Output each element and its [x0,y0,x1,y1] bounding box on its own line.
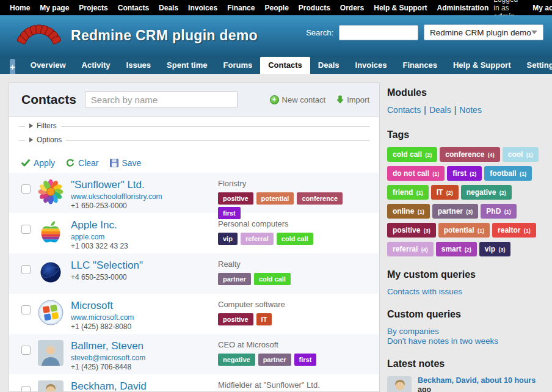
custom-query-by-companies[interactable]: By companies [387,327,547,336]
top-menu-item-my-page[interactable]: My page [35,4,74,12]
custom-query-don-t-have-notes-in-two-weeks[interactable]: Don't have notes in two weeks [387,336,547,346]
plus-circle-icon: + [270,95,279,104]
tab-invoices[interactable]: Invoices [347,57,395,74]
contact-role: Computer software [218,300,371,309]
contact-checkbox[interactable] [21,184,31,194]
contacts-panel: Contacts + New contact Import Filters Op… [9,82,380,392]
import-button[interactable]: Import [336,95,369,104]
contact-name-link[interactable]: LLC "Selection" [71,260,218,272]
tab-finances[interactable]: Finances [395,57,445,74]
top-menu-item-help-support[interactable]: Help & Support [369,4,432,12]
sidebar-tag-football[interactable]: football (1) [484,166,532,181]
contact-phone: +1 650-253-0000 [71,201,218,211]
tab-forums[interactable]: Forums [216,57,261,74]
sidebar-tag-vip[interactable]: vip (3) [479,242,511,256]
tag-positive[interactable]: positive [218,192,253,205]
sidebar-tag-negative[interactable]: negative (2) [461,185,512,200]
sidebar-tag-IT[interactable]: IT (2) [431,185,459,200]
contact-name-link[interactable]: Apple Inc. [71,219,218,231]
contact-website-link[interactable]: www.ukschooloffloristry.com [71,192,218,201]
sidebar-tag-partner[interactable]: partner (3) [432,204,479,219]
sidebar-tag-conference[interactable]: conference (4) [440,147,499,162]
tag-potential[interactable]: potential [256,192,294,205]
top-menu-item-administration[interactable]: Administration [432,4,494,12]
contact-website-link[interactable]: steveb@microsoft.com [71,354,218,363]
tag-referral[interactable]: referral [241,233,274,245]
tag-partner[interactable]: partner [258,354,291,366]
my-account-link[interactable]: My account [528,4,552,12]
tag-cold-call[interactable]: cold call [254,273,291,285]
sidebar-tag-smart[interactable]: smart (2) [436,242,477,256]
top-menu-item-projects[interactable]: Projects [74,4,112,12]
sidebar-tag-online[interactable]: online (1) [387,204,430,219]
latest-notes-title: Latest notes [387,358,547,369]
contact-checkbox[interactable] [21,386,31,392]
clear-button[interactable]: Clear [66,158,98,168]
save-button[interactable]: Save [110,158,142,168]
project-selector[interactable]: Redmine CRM plugin demo [424,24,543,40]
contact-search-input[interactable] [85,91,238,108]
tab-issues[interactable]: Issues [118,57,159,74]
contact-phone: +1 (425) 882-8080 [71,322,218,332]
contact-name-link[interactable]: "Sunflower" Ltd. [71,179,218,191]
sidebar-tag-cool[interactable]: cool (1) [503,147,539,162]
top-menu-item-orders[interactable]: Orders [335,4,369,12]
tag-cloud: cold call (2)conference (4)cool (1)do no… [387,147,547,261]
tag-IT[interactable]: IT [256,313,272,325]
project-tabs-bar: + OverviewActivityIssuesSpent timeForums… [0,56,552,74]
tag-cold-call[interactable]: cold call [277,233,313,245]
sidebar-tag-PhD[interactable]: PhD (1) [481,204,516,219]
tab-help-support[interactable]: Help & Support [445,57,519,74]
tag-conference[interactable]: conference [297,192,343,205]
tag-positive[interactable]: positive [218,313,253,325]
contact-website-link[interactable]: apple.com [71,233,218,242]
sidebar-tag-realtor[interactable]: realtor (1) [492,223,536,238]
global-search-input[interactable] [339,25,418,40]
contact-checkbox[interactable] [21,305,31,314]
sidebar-tag-referral[interactable]: referral (4) [387,242,434,256]
contact-name-link[interactable]: Microsoft [71,300,218,312]
contact-checkbox[interactable] [21,346,31,355]
tag-first[interactable]: first [218,207,241,219]
add-tab-button[interactable]: + [10,59,15,74]
tab-contacts[interactable]: Contacts [260,57,310,74]
options-toggle[interactable]: Options [25,136,66,144]
tab-overview[interactable]: Overview [23,57,74,74]
module-link-contacts[interactable]: Contacts [387,105,421,115]
tag-vip[interactable]: vip [218,233,238,245]
my-query-contacts-with-issues[interactable]: Contacts with issues [387,287,547,297]
top-menu-item-invoices[interactable]: Invoices [183,4,222,12]
top-menu-item-deals[interactable]: Deals [154,4,183,12]
contact-name-link[interactable]: Beckham, David [71,380,218,392]
tag-partner[interactable]: partner [218,273,251,285]
apply-button[interactable]: Apply [21,158,55,168]
tab-settings[interactable]: Settings [519,57,552,74]
sidebar-tag-positive[interactable]: positive (3) [387,223,436,238]
new-contact-button[interactable]: + New contact [270,95,326,104]
module-link-notes[interactable]: Notes [459,105,482,115]
beckham-avatar [387,376,412,392]
top-menu-item-contacts[interactable]: Contacts [113,4,154,12]
note-title-link[interactable]: Beckham, David, about 10 hours ago [418,376,547,392]
apple-avatar [38,219,64,245]
contact-checkbox[interactable] [21,265,31,274]
tag-first[interactable]: first [294,354,317,366]
sidebar-tag-do-not-call[interactable]: do not call (1) [387,166,445,181]
sidebar-tag-potential[interactable]: potential (1) [438,223,490,238]
top-menu-item-finance[interactable]: Finance [222,4,260,12]
contact-website-link[interactable]: www.microsoft.com [71,313,218,322]
tab-activity[interactable]: Activity [74,57,118,74]
tab-spent-time[interactable]: Spent time [159,57,215,74]
filters-toggle[interactable]: Filters [25,122,61,130]
sidebar-tag-first[interactable]: first (2) [447,166,482,181]
top-menu-item-products[interactable]: Products [294,4,335,12]
tag-negative[interactable]: negative [218,354,255,366]
tab-deals[interactable]: Deals [310,57,347,74]
module-link-deals[interactable]: Deals [429,105,451,115]
sidebar-tag-cold-call[interactable]: cold call (2) [387,147,437,162]
top-menu-item-people[interactable]: People [260,4,293,12]
contact-checkbox[interactable] [21,225,31,234]
sidebar-tag-friend[interactable]: friend (1) [387,185,429,200]
contact-name-link[interactable]: Ballmer, Steven [71,340,218,352]
top-menu-item-home[interactable]: Home [5,4,35,12]
